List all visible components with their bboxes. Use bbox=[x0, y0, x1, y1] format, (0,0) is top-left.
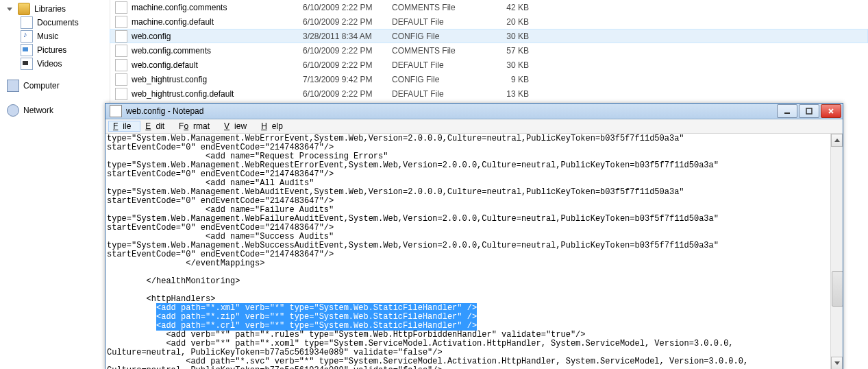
file-size: 13 KB bbox=[488, 89, 529, 99]
notepad-titlebar[interactable]: web.config - Notepad bbox=[106, 104, 843, 119]
file-name: machine.config.default bbox=[132, 17, 303, 27]
file-date: 6/10/2009 2:22 PM bbox=[303, 3, 392, 12]
file-type: DEFAULT File bbox=[392, 60, 488, 70]
file-row[interactable]: web.config3/28/2011 8:34 AMCONFIG File30… bbox=[110, 29, 868, 43]
nav-computer[interactable]: Computer bbox=[7, 80, 110, 92]
file-size: 42 KB bbox=[488, 3, 529, 12]
file-type: COMMENTS File bbox=[392, 3, 488, 12]
file-name: web_hightrust.config.default bbox=[132, 89, 303, 99]
nav-item-label: Documents bbox=[37, 18, 79, 27]
pictures-icon bbox=[21, 44, 33, 56]
file-icon bbox=[115, 1, 127, 14]
file-type: DEFAULT File bbox=[392, 17, 488, 27]
file-date: 7/13/2009 9:42 PM bbox=[303, 75, 392, 84]
file-size: 30 KB bbox=[488, 60, 529, 70]
file-date: 3/28/2011 8:34 AM bbox=[303, 32, 392, 41]
close-button[interactable] bbox=[821, 104, 841, 118]
file-icon bbox=[115, 16, 127, 28]
menu-edit[interactable]: Edit bbox=[140, 121, 174, 132]
nav-libraries-label: Libraries bbox=[34, 4, 66, 14]
documents-icon bbox=[21, 16, 33, 29]
network-icon bbox=[7, 104, 19, 117]
nav-computer-label: Computer bbox=[23, 81, 60, 91]
file-size: 20 KB bbox=[488, 17, 529, 27]
menu-file[interactable]: File bbox=[108, 121, 140, 132]
chevron-up-icon bbox=[834, 139, 840, 142]
maximize-button[interactable] bbox=[799, 104, 819, 118]
file-icon bbox=[115, 59, 127, 71]
menu-help[interactable]: Help bbox=[256, 121, 293, 132]
libraries-icon bbox=[18, 3, 30, 15]
nav-item-videos[interactable]: Videos bbox=[21, 58, 110, 70]
file-name: web.config.default bbox=[132, 60, 303, 70]
notepad-menu-bar: File Edit Format View Help bbox=[106, 119, 843, 134]
minimize-button[interactable] bbox=[777, 104, 797, 118]
svg-rect-0 bbox=[784, 112, 790, 114]
notepad-title: web.config - Notepad bbox=[126, 106, 776, 116]
nav-libraries[interactable]: Libraries bbox=[7, 3, 110, 15]
file-date: 6/10/2009 2:22 PM bbox=[303, 17, 392, 27]
file-row[interactable]: machine.config.comments6/10/2009 2:22 PM… bbox=[110, 0, 868, 14]
menu-format[interactable]: Format bbox=[174, 121, 219, 132]
chevron-down-icon bbox=[834, 361, 840, 365]
file-type: COMMENTS File bbox=[392, 46, 488, 56]
file-row[interactable]: web.config.default6/10/2009 2:22 PMDEFAU… bbox=[110, 58, 868, 72]
computer-icon bbox=[7, 80, 19, 92]
explorer-nav-pane: Libraries Documents Music Pictures Video… bbox=[0, 0, 110, 369]
file-name: web.config.comments bbox=[132, 46, 303, 56]
svg-rect-1 bbox=[806, 108, 812, 114]
scroll-down-button[interactable] bbox=[831, 357, 843, 369]
music-icon bbox=[21, 30, 33, 43]
nav-network-label: Network bbox=[23, 106, 53, 115]
file-icon bbox=[115, 45, 127, 57]
notepad-window: web.config - Notepad File Edit Format Vi… bbox=[105, 103, 843, 369]
file-icon bbox=[115, 88, 127, 100]
nav-item-documents[interactable]: Documents bbox=[21, 16, 110, 29]
file-size: 57 KB bbox=[488, 46, 529, 56]
notepad-text-area[interactable]: type="System.Web.Management.WebErrorEven… bbox=[106, 134, 843, 369]
expand-icon bbox=[7, 8, 12, 11]
notepad-icon bbox=[110, 105, 122, 117]
explorer-file-list: machine.config.comments6/10/2009 2:22 PM… bbox=[110, 0, 868, 101]
videos-icon bbox=[21, 58, 33, 70]
vertical-scrollbar[interactable] bbox=[830, 134, 843, 369]
scrollbar-thumb[interactable] bbox=[832, 271, 843, 307]
file-icon bbox=[115, 30, 127, 43]
nav-network[interactable]: Network bbox=[7, 104, 110, 117]
file-type: CONFIG File bbox=[392, 32, 488, 41]
scroll-up-button[interactable] bbox=[831, 134, 843, 147]
nav-item-music[interactable]: Music bbox=[21, 30, 110, 43]
nav-item-label: Music bbox=[37, 32, 58, 41]
file-date: 6/10/2009 2:22 PM bbox=[303, 46, 392, 56]
file-size: 30 KB bbox=[488, 32, 529, 41]
file-name: machine.config.comments bbox=[132, 3, 303, 12]
nav-item-label: Videos bbox=[37, 59, 62, 69]
menu-view[interactable]: View bbox=[219, 121, 256, 132]
nav-item-pictures[interactable]: Pictures bbox=[21, 44, 110, 56]
file-date: 6/10/2009 2:22 PM bbox=[303, 89, 392, 99]
file-name: web.config bbox=[132, 32, 303, 41]
file-type: DEFAULT File bbox=[392, 89, 488, 99]
file-date: 6/10/2009 2:22 PM bbox=[303, 60, 392, 70]
file-row[interactable]: web_hightrust.config.default6/10/2009 2:… bbox=[110, 86, 868, 101]
nav-item-label: Pictures bbox=[37, 45, 66, 55]
file-type: CONFIG File bbox=[392, 75, 488, 84]
file-row[interactable]: machine.config.default6/10/2009 2:22 PMD… bbox=[110, 14, 868, 29]
file-name: web_hightrust.config bbox=[132, 75, 303, 84]
file-size: 9 KB bbox=[488, 75, 529, 84]
file-row[interactable]: web.config.comments6/10/2009 2:22 PMCOMM… bbox=[110, 43, 868, 58]
file-row[interactable]: web_hightrust.config7/13/2009 9:42 PMCON… bbox=[110, 72, 868, 86]
file-icon bbox=[115, 73, 127, 86]
